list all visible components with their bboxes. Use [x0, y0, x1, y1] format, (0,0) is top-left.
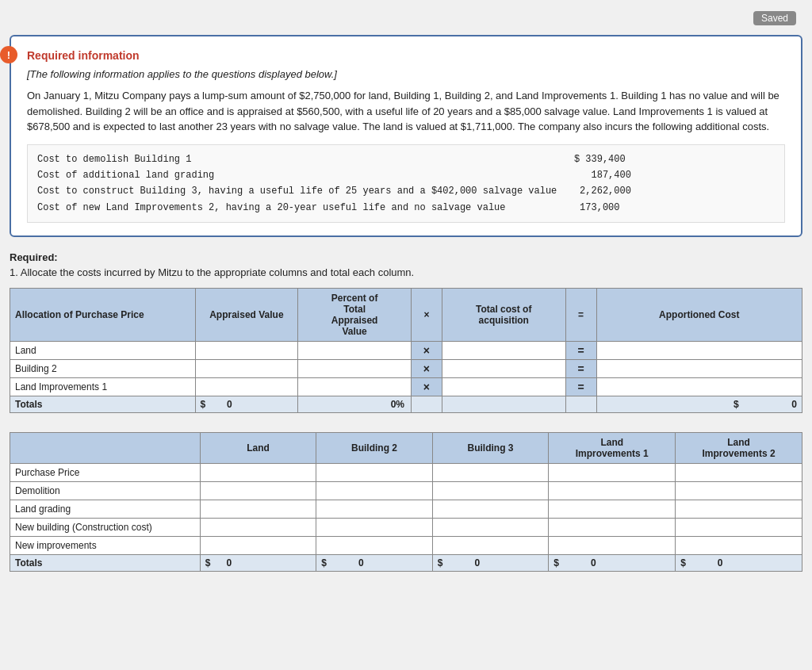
- bottom-li1-purchase[interactable]: [549, 464, 676, 482]
- bottom-bldg3-construction-input[interactable]: [438, 521, 544, 534]
- alloc-totalcost-bldg2-input[interactable]: [447, 362, 561, 375]
- alloc-apportioned-li1[interactable]: [596, 378, 802, 396]
- bottom-bldg2-purchase-input[interactable]: [321, 466, 427, 479]
- bottom-land-demolition-input[interactable]: [205, 484, 312, 497]
- bottom-bldg2-construction-input[interactable]: [321, 521, 427, 534]
- bottom-li2-construction-input[interactable]: [680, 521, 797, 534]
- bottom-label-grading: Land grading: [10, 500, 201, 519]
- bottom-bldg3-grading-input[interactable]: [438, 503, 544, 515]
- bottom-li2-construction[interactable]: [676, 519, 802, 537]
- cost-line-4: Cost of new Land Improvements 2, having …: [37, 200, 775, 216]
- alloc-totalcost-bldg2[interactable]: [442, 360, 565, 378]
- alloc-eq-li1: =: [565, 378, 596, 396]
- alloc-percent-land[interactable]: [298, 342, 412, 360]
- alloc-appraised-land[interactable]: [195, 342, 298, 360]
- bottom-header-li2: Land Improvements 2: [676, 433, 802, 464]
- alloc-totals-row: Totals $ 0 0% $ 0: [10, 396, 802, 413]
- bottom-land-construction[interactable]: [200, 519, 316, 537]
- required-label: Required:: [10, 251, 802, 263]
- alloc-appraised-land-input[interactable]: [201, 344, 293, 357]
- bottom-li1-improvements-input[interactable]: [553, 539, 670, 552]
- alloc-totalcost-land[interactable]: [442, 342, 565, 360]
- bottom-land-grading-input[interactable]: [205, 503, 312, 515]
- alloc-totalcost-land-input[interactable]: [447, 344, 561, 357]
- bottom-li1-construction[interactable]: [549, 519, 676, 537]
- alloc-appraised-li1[interactable]: [195, 378, 298, 396]
- bottom-totals-li1: $ 0: [549, 555, 676, 572]
- alloc-label-land: Land: [10, 342, 196, 360]
- bottom-bldg2-improvements[interactable]: [316, 537, 433, 555]
- bottom-bldg2-purchase[interactable]: [316, 464, 433, 482]
- bottom-bldg3-purchase[interactable]: [432, 464, 549, 482]
- bottom-totals-bldg2: $ 0: [316, 555, 433, 572]
- bottom-land-improvements-input[interactable]: [205, 539, 312, 552]
- bottom-bldg2-construction[interactable]: [316, 519, 433, 537]
- alloc-eq-land: =: [565, 342, 596, 360]
- top-bar: Saved: [10, 8, 802, 29]
- bottom-li2-improvements[interactable]: [676, 537, 802, 555]
- bottom-li2-demolition-input[interactable]: [680, 484, 797, 497]
- bottom-bldg2-improvements-input[interactable]: [321, 539, 427, 552]
- bottom-bldg3-improvements[interactable]: [432, 537, 549, 555]
- bottom-totals-li2: $ 0: [676, 555, 802, 572]
- bottom-li2-purchase-input[interactable]: [680, 466, 797, 479]
- alloc-percent-bldg2[interactable]: [298, 360, 412, 378]
- alloc-apportioned-bldg2[interactable]: [596, 360, 802, 378]
- bottom-header-label: [10, 433, 201, 464]
- bottom-land-purchase[interactable]: [200, 464, 316, 482]
- alloc-totalcost-li1[interactable]: [442, 378, 565, 396]
- alloc-apportioned-li1-input[interactable]: [602, 381, 798, 393]
- alloc-appraised-bldg2[interactable]: [195, 360, 298, 378]
- bottom-li2-improvements-input[interactable]: [680, 539, 797, 552]
- bottom-bldg3-construction[interactable]: [432, 519, 549, 537]
- bottom-land-improvements[interactable]: [200, 537, 316, 555]
- bottom-land-construction-input[interactable]: [205, 521, 312, 534]
- required-section: Required: 1. Allocate the costs incurred…: [10, 251, 802, 278]
- bottom-bldg2-demolition-input[interactable]: [321, 484, 427, 497]
- bottom-li1-grading[interactable]: [549, 500, 676, 519]
- bottom-bldg2-demolition[interactable]: [316, 482, 433, 500]
- bottom-bldg2-grading-input[interactable]: [321, 503, 427, 515]
- bottom-li1-improvements[interactable]: [549, 537, 676, 555]
- cost-line-3: Cost to construct Building 3, having a u…: [37, 183, 775, 199]
- cost-line-1: Cost to demolish Building 1 $ 339,400: [37, 151, 775, 167]
- bottom-row-demolition: Demolition: [10, 482, 802, 500]
- alloc-row-land: Land × =: [10, 342, 802, 360]
- bottom-li2-demolition[interactable]: [676, 482, 802, 500]
- bottom-li2-grading-input[interactable]: [680, 503, 797, 515]
- bottom-li1-demolition-input[interactable]: [553, 484, 670, 497]
- required-instruction: 1. Allocate the costs incurred by Mitzu …: [10, 266, 802, 278]
- alloc-appraised-li1-input[interactable]: [201, 381, 293, 393]
- bottom-bldg2-grading[interactable]: [316, 500, 433, 519]
- bottom-bldg3-improvements-input[interactable]: [438, 539, 544, 552]
- saved-badge: Saved: [753, 11, 796, 25]
- bottom-land-purchase-input[interactable]: [205, 466, 312, 479]
- alloc-percent-li1-input[interactable]: [303, 381, 406, 393]
- bottom-li1-demolition[interactable]: [549, 482, 676, 500]
- alloc-totalcost-li1-input[interactable]: [447, 381, 561, 393]
- alloc-percent-li1[interactable]: [298, 378, 412, 396]
- alloc-header-label: Allocation of Purchase Price: [10, 289, 196, 342]
- bottom-li2-purchase[interactable]: [676, 464, 802, 482]
- alloc-percent-land-input[interactable]: [303, 344, 406, 357]
- bottom-totals-bldg3: $ 0: [432, 555, 549, 572]
- alloc-apportioned-bldg2-input[interactable]: [602, 362, 798, 375]
- alloc-row-li1: Land Improvements 1 × =: [10, 378, 802, 396]
- bottom-bldg3-demolition[interactable]: [432, 482, 549, 500]
- alloc-apportioned-land[interactable]: [596, 342, 802, 360]
- bottom-land-grading[interactable]: [200, 500, 316, 519]
- bottom-land-demolition[interactable]: [200, 482, 316, 500]
- alloc-appraised-bldg2-input[interactable]: [201, 362, 293, 375]
- bottom-header-bldg3: Building 3: [432, 433, 549, 464]
- bottom-li1-grading-input[interactable]: [553, 503, 670, 515]
- bottom-li1-purchase-input[interactable]: [553, 466, 670, 479]
- alloc-apportioned-land-input[interactable]: [602, 344, 798, 357]
- bottom-bldg3-demolition-input[interactable]: [438, 484, 544, 497]
- bottom-li2-grading[interactable]: [676, 500, 802, 519]
- required-info-title: Required information: [27, 49, 785, 62]
- bottom-bldg3-grading[interactable]: [432, 500, 549, 519]
- bottom-bldg3-purchase-input[interactable]: [438, 466, 544, 479]
- alloc-mult-land: ×: [411, 342, 442, 360]
- alloc-percent-bldg2-input[interactable]: [303, 362, 406, 375]
- bottom-li1-construction-input[interactable]: [553, 521, 670, 534]
